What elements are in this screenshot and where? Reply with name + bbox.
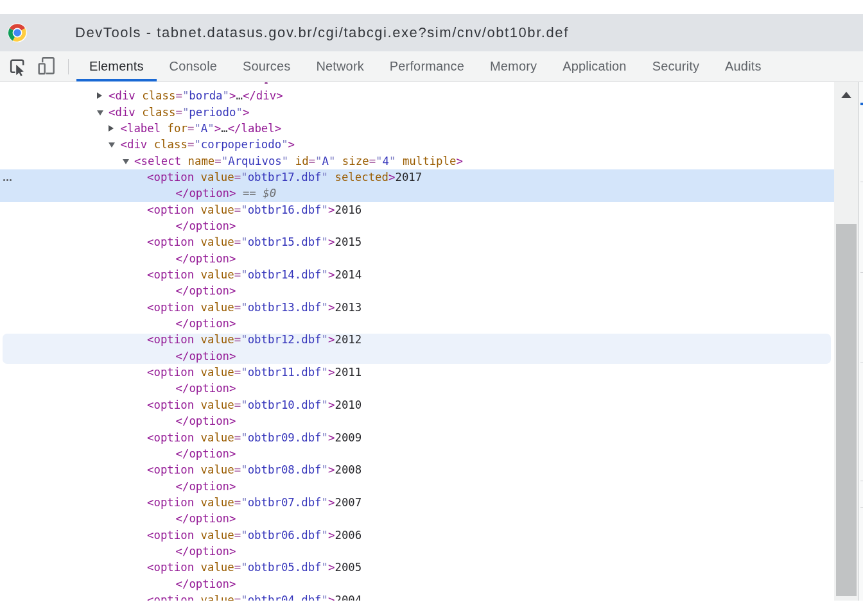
dom-tree-row[interactable]: </option> <box>0 218 834 234</box>
dom-tree-row[interactable]: <option value="obtbr16.dbf">2016 <box>0 202 834 218</box>
dom-tree-row[interactable]: <option value="obtbr14.dbf">2014 <box>0 267 834 283</box>
dom-tree-row[interactable]: <option value="obtbr12.dbf">2012 <box>0 332 834 348</box>
tab-performance[interactable]: Performance <box>377 51 477 81</box>
tab-label: Audits <box>725 59 762 73</box>
toolbar-separator <box>68 59 69 74</box>
dom-node-source: <option value="obtbr14.dbf">2014 <box>147 267 362 283</box>
active-tab-underline <box>76 79 157 81</box>
tab-label: Console <box>170 59 217 73</box>
dom-node-source: </option> <box>176 413 236 429</box>
dom-tree-row[interactable]: <option value="obtbr10.dbf">2010 <box>0 397 834 413</box>
title-bar: DevTools - tabnet.datasus.gov.br/cgi/tab… <box>0 14 863 51</box>
chrome-logo-icon <box>6 22 28 44</box>
dom-node-source: </option> <box>176 316 236 332</box>
tab-application[interactable]: Application <box>550 51 640 81</box>
expand-arrow-icon[interactable] <box>97 92 102 99</box>
tab-label: Security <box>652 59 699 73</box>
dom-tree-row[interactable]: </option> <box>0 479 834 495</box>
tab-console[interactable]: Console <box>157 51 230 81</box>
dom-tree-row[interactable]: </option> <box>0 381 834 397</box>
dom-node-source: </option> <box>176 348 236 364</box>
dom-node-source: <option value="obtbr12.dbf">2012 <box>147 332 362 348</box>
dom-node-source: <option value="obtbr06.dbf">2006 <box>147 527 362 543</box>
dom-tree-row[interactable]: </option> == $0 <box>0 185 834 201</box>
dom-tree-row[interactable]: </option> <box>0 511 834 527</box>
tab-security[interactable]: Security <box>640 51 712 81</box>
dom-tree: <div class="borda">…</div><div class="pe… <box>0 88 834 601</box>
dom-tree-row[interactable]: <option value="obtbr09.dbf">2009 <box>0 430 834 446</box>
dom-node-source: <option value="obtbr05.dbf">2005 <box>147 560 362 576</box>
vertical-scrollbar[interactable] <box>834 82 859 601</box>
dom-tree-row[interactable]: </option> <box>0 283 834 299</box>
tab-label: Application <box>562 59 627 73</box>
dom-tree-row[interactable]: </option> <box>0 543 834 560</box>
dom-tree-row[interactable]: <option value="obtbr15.dbf">2015 <box>0 234 834 250</box>
dom-tree-row[interactable]: </option> <box>0 446 834 462</box>
dom-tree-row[interactable]: <label for="A">…</label> <box>0 121 834 137</box>
dom-node-source: <option value="obtbr15.dbf">2015 <box>147 234 362 250</box>
dom-node-source: </option> <box>176 251 236 267</box>
node-menu-dots-icon[interactable] <box>3 179 13 182</box>
window-title: DevTools - tabnet.datasus.gov.br/cgi/tab… <box>75 14 569 51</box>
dom-node-source: </option> <box>176 218 236 234</box>
dom-node-source: </option> <box>176 511 236 527</box>
tab-label: Network <box>316 59 363 73</box>
tab-audits[interactable]: Audits <box>712 51 774 81</box>
dom-tree-row[interactable]: <option value="obtbr04.dbf">2004 <box>0 592 834 601</box>
dom-tree-row[interactable]: <select name="Arquivos" id="A" size="4" … <box>0 153 834 169</box>
panel-tabs: ElementsConsoleSourcesNetworkPerformance… <box>76 51 774 81</box>
dom-node-source: <label for="A">…</label> <box>121 121 282 137</box>
dom-tree-row[interactable]: </option> <box>0 576 834 592</box>
dom-tree-row[interactable]: </option> <box>0 316 834 332</box>
dom-tree-row[interactable]: </option> <box>0 251 834 267</box>
dom-tree-row[interactable]: <div class="borda">…</div> <box>0 88 834 104</box>
devtools-toolbar: ElementsConsoleSourcesNetworkPerformance… <box>0 51 863 81</box>
dom-tree-row[interactable]: <div class="periodo"> <box>0 105 834 121</box>
dom-node-source: <div class="borda">…</div> <box>109 88 283 104</box>
dom-tree-row[interactable]: <div class="corpoperiodo"> <box>0 137 834 153</box>
tab-label: Performance <box>390 59 464 73</box>
dom-node-source: <select name="Arquivos" id="A" size="4" … <box>134 153 463 169</box>
dom-tree-row[interactable]: <option value="obtbr08.dbf">2008 <box>0 462 834 478</box>
dom-node-source: </option> == $0 <box>176 185 277 201</box>
dom-node-source: <option value="obtbr11.dbf">2011 <box>147 364 362 381</box>
dom-tree-row[interactable]: <option value="obtbr07.dbf">2007 <box>0 495 834 511</box>
inspect-element-icon[interactable] <box>8 57 28 76</box>
dom-node-source: </option> <box>176 479 236 495</box>
collapse-arrow-icon[interactable] <box>123 159 129 164</box>
dom-node-source: </option> <box>176 283 236 299</box>
devtools-window: DevTools - tabnet.datasus.gov.br/cgi/tab… <box>0 14 863 601</box>
dom-tree-row[interactable]: </option> <box>0 348 834 364</box>
tab-memory[interactable]: Memory <box>477 51 550 81</box>
dom-node-source: </option> <box>176 576 236 592</box>
dom-node-source: </option> <box>176 543 236 560</box>
dom-tree-row[interactable]: <option value="obtbr06.dbf">2006 <box>0 527 834 543</box>
dom-tree-row[interactable]: <option value="obtbr17.dbf" selected>201… <box>0 169 834 185</box>
dom-node-source: <option value="obtbr04.dbf">2004 <box>147 592 362 601</box>
collapse-arrow-icon[interactable] <box>109 142 115 148</box>
dom-node-source: <option value="obtbr17.dbf" selected>201… <box>147 169 422 185</box>
dom-node-source: </option> <box>176 446 236 462</box>
dom-tree-row[interactable]: <option value="obtbr11.dbf">2011 <box>0 364 834 381</box>
scrollbar-thumb[interactable] <box>836 224 857 597</box>
tab-label: Memory <box>490 59 537 73</box>
clipped-row-artifact <box>265 82 268 84</box>
dom-tree-row[interactable]: <option value="obtbr05.dbf">2005 <box>0 560 834 576</box>
expand-arrow-icon[interactable] <box>109 125 114 132</box>
tab-network[interactable]: Network <box>303 51 376 81</box>
tab-label: Sources <box>243 59 290 73</box>
dom-node-source: <div class="corpoperiodo"> <box>121 137 295 153</box>
dom-node-source: <option value="obtbr09.dbf">2009 <box>147 430 362 446</box>
tab-label: Elements <box>89 59 144 73</box>
scrollbar-up-arrow-icon[interactable] <box>841 92 851 98</box>
tab-elements[interactable]: Elements <box>76 51 157 81</box>
dom-node-source: <option value="obtbr13.dbf">2013 <box>147 300 362 316</box>
dom-node-source: <div class="periodo"> <box>109 105 249 121</box>
dom-tree-row[interactable]: </option> <box>0 413 834 429</box>
collapse-arrow-icon[interactable] <box>97 110 103 116</box>
styles-tab-underline-edge <box>860 103 863 105</box>
dom-tree-row[interactable]: <option value="obtbr13.dbf">2013 <box>0 300 834 316</box>
tab-sources[interactable]: Sources <box>230 51 303 81</box>
device-toolbar-icon[interactable] <box>36 57 55 76</box>
dom-node-source: <option value="obtbr16.dbf">2016 <box>147 202 362 218</box>
